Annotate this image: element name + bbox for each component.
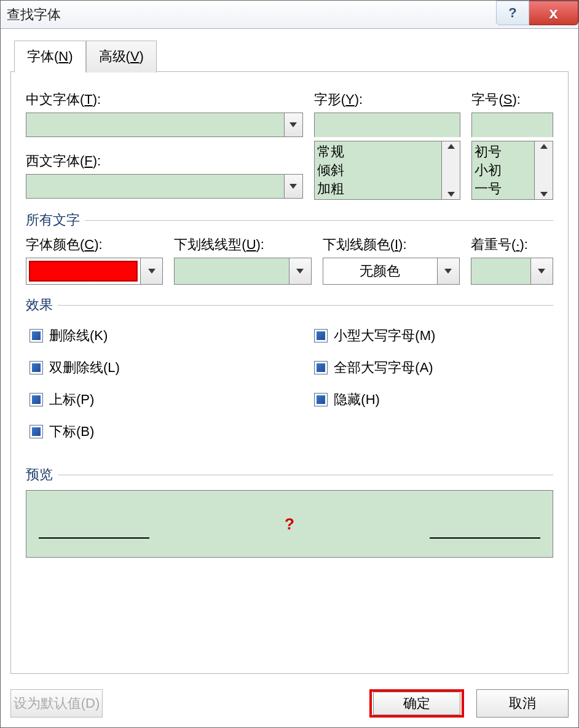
font-style-list[interactable]: 常规 倾斜 加粗	[314, 141, 461, 200]
label-western-font: 西文字体(F):	[26, 152, 303, 170]
scrollbar[interactable]	[441, 141, 460, 199]
check-icon	[317, 363, 325, 372]
check-icon	[317, 331, 325, 340]
section-all-text: 所有文字	[26, 211, 553, 229]
preview-mark: ?	[285, 515, 294, 534]
font-color-combo[interactable]	[26, 258, 163, 285]
tab-font[interactable]: 字体(N)	[14, 41, 86, 73]
preview-box: ?	[26, 490, 553, 558]
list-item[interactable]: 常规	[317, 143, 439, 161]
emphasis-combo[interactable]	[471, 258, 553, 285]
underline-style-dropdown[interactable]	[289, 258, 311, 284]
check-all-caps[interactable]: 全部大写字母(A)	[314, 358, 553, 377]
chevron-down-icon	[148, 269, 156, 274]
chinese-font-combo[interactable]	[26, 113, 303, 137]
check-double-strikethrough[interactable]: 双删除线(L)	[30, 358, 310, 377]
preview-underline-right	[430, 537, 540, 539]
western-font-dropdown[interactable]	[284, 175, 302, 198]
chevron-down-icon	[444, 269, 452, 274]
check-strikethrough[interactable]: 删除线(K)	[30, 326, 310, 345]
label-font-size: 字号(S):	[471, 90, 553, 109]
cancel-button[interactable]: 取消	[476, 689, 569, 718]
check-small-caps[interactable]: 小型大写字母(M)	[314, 326, 553, 345]
underline-color-combo[interactable]: 无颜色	[323, 258, 460, 285]
preview-underline-left	[39, 537, 149, 539]
scroll-down-icon[interactable]	[447, 192, 455, 197]
section-effects: 效果	[26, 296, 553, 314]
chinese-font-dropdown[interactable]	[284, 113, 302, 136]
chinese-font-value[interactable]	[26, 113, 284, 136]
font-size-list[interactable]: 初号 小初 一号	[471, 141, 553, 200]
close-button[interactable]: x	[529, 1, 578, 25]
titlebar: 查找字体 ? x	[1, 1, 578, 29]
tabstrip: 字体(N) 高级(V)	[14, 40, 569, 72]
font-color-swatch	[29, 261, 138, 282]
underline-color-value: 无颜色	[323, 258, 437, 284]
label-font-style: 字形(Y):	[314, 90, 461, 109]
emphasis-dropdown[interactable]	[530, 258, 553, 284]
label-underline-style: 下划线线型(U):	[174, 235, 311, 254]
underline-color-dropdown[interactable]	[437, 258, 459, 284]
list-item[interactable]: 倾斜	[317, 161, 439, 180]
underline-style-combo[interactable]	[174, 258, 311, 285]
scroll-up-icon[interactable]	[540, 144, 548, 149]
scrollbar[interactable]	[534, 141, 553, 199]
effects-checks: 删除线(K) 双删除线(L) 上标(P) 下标(B)	[26, 320, 553, 454]
font-panel: 中文字体(T): 西文字体(F):	[10, 71, 569, 674]
list-item[interactable]: 小初	[475, 161, 532, 180]
font-size-input[interactable]	[471, 113, 553, 137]
label-underline-color: 下划线颜色(I):	[323, 235, 460, 254]
check-icon	[32, 395, 41, 404]
section-preview: 预览	[26, 465, 553, 484]
tab-advanced[interactable]: 高级(V)	[86, 41, 157, 73]
check-hidden[interactable]: 隐藏(H)	[314, 390, 553, 409]
font-style-input[interactable]	[314, 113, 461, 137]
ok-button[interactable]: 确定	[369, 689, 464, 718]
check-icon	[32, 331, 41, 340]
chevron-down-icon	[538, 269, 545, 274]
list-item[interactable]: 加粗	[317, 180, 439, 198]
window-controls: ? x	[496, 1, 578, 25]
window-title: 查找字体	[7, 6, 61, 24]
check-icon	[32, 363, 41, 372]
western-font-value[interactable]	[26, 175, 284, 198]
western-font-combo[interactable]	[26, 174, 303, 199]
chevron-down-icon	[296, 269, 304, 274]
dialog-footer: 设为默认值(D) 确定 取消	[1, 683, 578, 727]
client-area: 字体(N) 高级(V) 中文字体(T):	[1, 29, 578, 683]
check-icon	[317, 395, 325, 404]
font-color-dropdown[interactable]	[140, 258, 162, 284]
scroll-down-icon[interactable]	[540, 192, 548, 197]
chevron-down-icon	[290, 122, 297, 127]
chevron-down-icon	[290, 184, 297, 189]
set-default-button[interactable]: 设为默认值(D)	[10, 689, 103, 718]
list-item[interactable]: 一号	[475, 180, 532, 198]
list-item[interactable]: 初号	[475, 143, 532, 161]
check-superscript[interactable]: 上标(P)	[30, 390, 310, 409]
scroll-up-icon[interactable]	[447, 144, 455, 149]
label-font-color: 字体颜色(C):	[26, 235, 163, 254]
help-button[interactable]: ?	[496, 1, 529, 25]
label-chinese-font: 中文字体(T):	[26, 90, 303, 109]
check-icon	[32, 427, 41, 436]
check-subscript[interactable]: 下标(B)	[30, 422, 310, 441]
find-font-dialog: 查找字体 ? x 字体(N) 高级(V) 中文字体(T):	[0, 0, 579, 728]
label-emphasis: 着重号(·):	[471, 235, 553, 254]
